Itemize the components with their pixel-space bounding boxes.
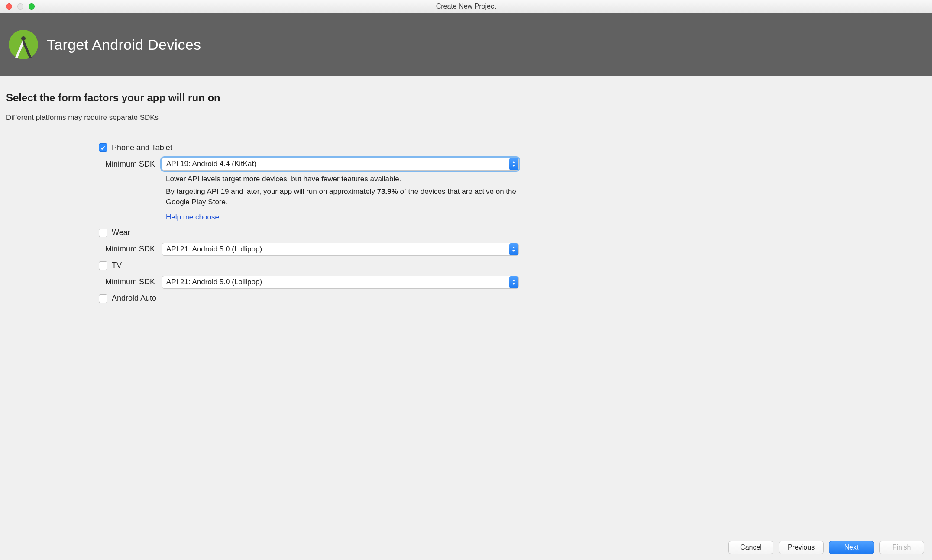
- auto-checkbox[interactable]: [99, 294, 107, 303]
- wear-sdk-label: Minimum SDK: [99, 245, 157, 254]
- hint-line-2-pre: By targeting API 19 and later, your app …: [166, 187, 377, 196]
- form-factor-phone-row: Phone and Tablet: [99, 141, 519, 154]
- tv-sdk-select[interactable]: API 21: Android 5.0 (Lollipop): [162, 276, 519, 289]
- phone-sdk-hint: Lower API levels target more devices, bu…: [166, 174, 519, 223]
- wear-sdk-row: Minimum SDK API 21: Android 5.0 (Lollipo…: [99, 243, 519, 256]
- next-button[interactable]: Next: [829, 541, 874, 554]
- phone-sdk-value: API 19: Android 4.4 (KitKat): [166, 160, 256, 168]
- auto-label: Android Auto: [112, 294, 156, 303]
- wear-sdk-select[interactable]: API 21: Android 5.0 (Lollipop): [162, 243, 519, 256]
- hint-percentage: 73.9%: [377, 187, 398, 196]
- phone-sdk-row: Minimum SDK API 19: Android 4.4 (KitKat): [99, 158, 519, 171]
- tv-checkbox[interactable]: [99, 261, 107, 270]
- tv-sdk-value: API 21: Android 5.0 (Lollipop): [166, 278, 262, 286]
- wizard-banner: Target Android Devices: [0, 13, 932, 76]
- wear-checkbox[interactable]: [99, 229, 107, 237]
- tv-sdk-label: Minimum SDK: [99, 277, 157, 286]
- form-factor-auto-row: Android Auto: [99, 292, 519, 305]
- tv-label: TV: [112, 261, 122, 270]
- form-factor-wear-row: Wear: [99, 226, 519, 239]
- page-subheading: Different platforms may require separate…: [6, 113, 926, 122]
- window-titlebar: Create New Project: [0, 0, 932, 13]
- dropdown-stepper-icon: [509, 276, 518, 288]
- hint-line-2: By targeting API 19 and later, your app …: [166, 187, 519, 208]
- phone-checkbox[interactable]: [99, 143, 107, 152]
- tv-sdk-row: Minimum SDK API 21: Android 5.0 (Lollipo…: [99, 276, 519, 289]
- phone-label: Phone and Tablet: [112, 143, 172, 152]
- finish-button[interactable]: Finish: [879, 541, 924, 554]
- wear-label: Wear: [112, 228, 130, 237]
- cancel-button[interactable]: Cancel: [728, 541, 773, 554]
- help-me-choose-link[interactable]: Help me choose: [166, 212, 219, 223]
- wear-sdk-value: API 21: Android 5.0 (Lollipop): [166, 245, 262, 254]
- phone-sdk-label: Minimum SDK: [99, 160, 157, 169]
- wizard-footer: Cancel Previous Next Finish: [0, 535, 932, 560]
- android-studio-icon: [8, 29, 39, 60]
- wizard-content: Select the form factors your app will ru…: [0, 76, 932, 535]
- page-heading: Select the form factors your app will ru…: [6, 92, 926, 104]
- form-factor-tv-row: TV: [99, 259, 519, 272]
- dropdown-stepper-icon: [509, 243, 518, 255]
- hint-line-1: Lower API levels target more devices, bu…: [166, 174, 519, 185]
- form-factors-block: Phone and Tablet Minimum SDK API 19: And…: [99, 141, 519, 305]
- previous-button[interactable]: Previous: [779, 541, 824, 554]
- wizard-title: Target Android Devices: [47, 36, 201, 53]
- phone-sdk-select[interactable]: API 19: Android 4.4 (KitKat): [162, 158, 519, 171]
- dropdown-stepper-icon: [509, 158, 518, 170]
- window-title: Create New Project: [0, 3, 932, 10]
